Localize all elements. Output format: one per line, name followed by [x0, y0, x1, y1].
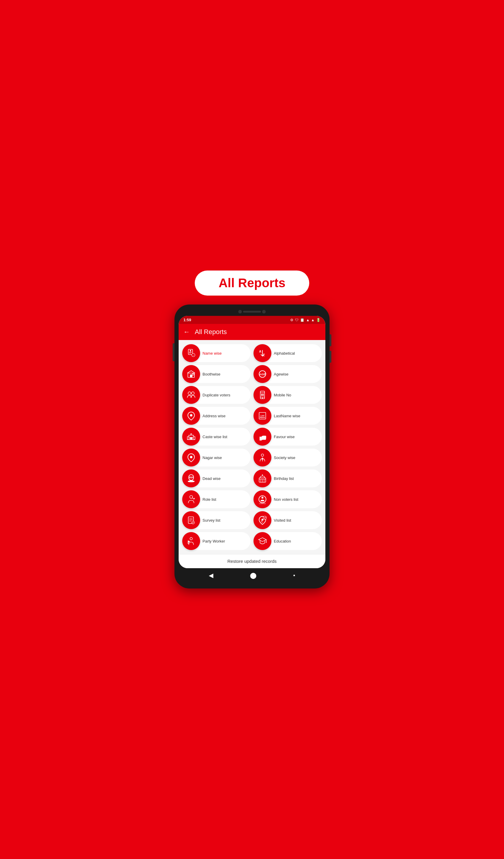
- wifi-icon: ▲: [306, 318, 309, 322]
- svg-rect-31: [190, 437, 192, 440]
- svg-rect-34: [192, 437, 194, 439]
- phone-speaker: [243, 311, 261, 313]
- shield-icon: 🛡: [295, 318, 299, 322]
- svg-point-1: [190, 350, 191, 352]
- svg-point-15: [192, 392, 195, 395]
- nav-back-button[interactable]: ◀: [209, 572, 213, 579]
- report-item-party-worker[interactable]: Party Worker: [182, 532, 250, 550]
- phone-camera: [238, 310, 242, 314]
- svg-point-63: [266, 542, 266, 543]
- page-title: All Reports: [218, 276, 286, 290]
- report-item-caste-wise-list[interactable]: Caste wise list: [182, 428, 250, 446]
- svg-point-42: [262, 474, 263, 475]
- app-header: ← All Reports: [179, 324, 325, 340]
- report-item-society-wise[interactable]: Society wise: [254, 449, 322, 466]
- report-item-alphabetical[interactable]: A Z Alphabetical: [254, 344, 322, 362]
- svg-rect-24: [263, 394, 264, 395]
- lastname-wise-icon: Last Name: [254, 407, 271, 425]
- phone-notch: [179, 310, 325, 314]
- svg-text:A: A: [259, 350, 262, 353]
- society-wise-label: Society wise: [274, 455, 322, 460]
- status-bar: 1:59 ⚙ 🛡 📋 ▲ ▲ 🔋: [179, 316, 325, 324]
- caste-wise-list-label: Caste wise list: [202, 435, 250, 439]
- boothwise-label: Boothwise: [202, 372, 250, 376]
- svg-rect-25: [263, 395, 264, 396]
- svg-point-47: [190, 495, 193, 498]
- favour-wise-label: Favour wise: [274, 435, 322, 439]
- name-wise-icon: ✓: [182, 344, 200, 362]
- header-title: All Reports: [195, 328, 227, 336]
- bottom-bar[interactable]: Restore updated records: [179, 554, 325, 568]
- favour-wise-icon: [254, 428, 271, 446]
- svg-point-50: [262, 497, 263, 498]
- role-list-label: Role list: [202, 497, 250, 502]
- report-item-lastname-wise[interactable]: Last Name LastName wise: [254, 407, 322, 425]
- settings-icon: ⚙: [290, 318, 293, 322]
- volume-up-button[interactable]: [330, 334, 331, 346]
- duplicate-voters-icon: [182, 386, 200, 404]
- report-item-dead-wise[interactable]: RIP Dead wise: [182, 469, 250, 487]
- svg-text:VOTERS: VOTERS: [259, 503, 266, 504]
- report-item-nagar-wise[interactable]: Nagar wise: [182, 449, 250, 466]
- lastname-wise-label: LastName wise: [274, 414, 322, 418]
- volume-down-button[interactable]: [330, 351, 331, 363]
- role-list-icon: [182, 490, 200, 508]
- visited-list-icon: [254, 511, 271, 529]
- report-item-mobile-no[interactable]: Mobile No: [254, 386, 322, 404]
- alphabetical-label: Alphabetical: [274, 351, 322, 356]
- report-item-address-wise[interactable]: Address wise: [182, 407, 250, 425]
- svg-point-58: [262, 519, 263, 521]
- name-wise-label: Name wise: [202, 351, 250, 356]
- reports-grid: ✓ Name wise A Z Alphabetical Boothwise A…: [182, 344, 322, 550]
- dead-wise-label: Dead wise: [202, 476, 250, 481]
- page-title-banner: All Reports: [195, 271, 309, 296]
- report-item-favour-wise[interactable]: Favour wise: [254, 428, 322, 446]
- birthday-list-icon: [254, 469, 271, 487]
- report-item-survey-list[interactable]: Survey list: [182, 511, 250, 529]
- nagar-wise-icon: [182, 449, 200, 466]
- report-item-role-list[interactable]: Role list: [182, 490, 250, 508]
- svg-point-26: [262, 397, 263, 398]
- dead-wise-icon: RIP: [182, 469, 200, 487]
- non-voters-list-icon: NON VOTERS: [254, 490, 271, 508]
- power-button[interactable]: [173, 343, 174, 361]
- visited-list-label: Visited list: [274, 518, 322, 523]
- svg-text:✓: ✓: [192, 354, 194, 357]
- status-time: 1:59: [183, 318, 191, 322]
- agewise-label: Agewise: [274, 372, 322, 376]
- survey-list-label: Survey list: [202, 518, 250, 523]
- report-item-boothwise[interactable]: Boothwise: [182, 365, 250, 383]
- svg-rect-21: [261, 394, 262, 395]
- phone-screen: 1:59 ⚙ 🛡 📋 ▲ ▲ 🔋 ← All Reports ✓ Name w: [179, 316, 325, 568]
- mobile-no-icon: [254, 386, 271, 404]
- battery-icon: 🔋: [316, 318, 321, 322]
- svg-text:RIP: RIP: [189, 476, 194, 479]
- phone-bottom-nav: ◀ ⬤ ▪: [179, 568, 325, 583]
- phone-camera-2: [262, 310, 266, 314]
- nav-recent-button[interactable]: ▪: [293, 572, 295, 579]
- education-icon: [254, 532, 271, 550]
- svg-text:AGE: AGE: [259, 373, 266, 376]
- svg-rect-3: [189, 353, 191, 353]
- svg-text:Name: Name: [260, 417, 265, 419]
- svg-rect-33: [189, 437, 190, 439]
- party-worker-icon: [182, 532, 200, 550]
- svg-point-60: [190, 538, 192, 540]
- report-item-name-wise[interactable]: ✓ Name wise: [182, 344, 250, 362]
- report-item-duplicate-voters[interactable]: Duplicate voters: [182, 386, 250, 404]
- back-button[interactable]: ←: [183, 328, 190, 336]
- nav-home-button[interactable]: ⬤: [250, 572, 257, 579]
- report-item-birthday-list[interactable]: Birthday list: [254, 469, 322, 487]
- duplicate-voters-label: Duplicate voters: [202, 393, 250, 397]
- svg-point-27: [190, 414, 192, 417]
- svg-rect-2: [189, 352, 192, 352]
- alphabetical-icon: A Z: [254, 344, 271, 362]
- birthday-list-label: Birthday list: [274, 476, 322, 481]
- report-item-agewise[interactable]: AGE Agewise: [254, 365, 322, 383]
- report-item-visited-list[interactable]: Visited list: [254, 511, 322, 529]
- boothwise-icon: [182, 365, 200, 383]
- report-item-education[interactable]: Education: [254, 532, 322, 550]
- svg-point-14: [188, 392, 191, 395]
- svg-rect-20: [261, 394, 262, 394]
- report-item-non-voters-list[interactable]: NON VOTERS Non voters list: [254, 490, 322, 508]
